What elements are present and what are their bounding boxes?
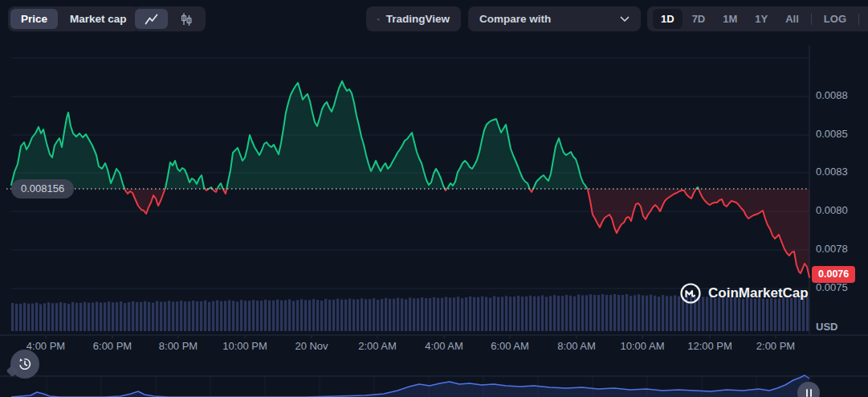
coinmarketcap-watermark: CoinMarketCap bbox=[679, 282, 809, 305]
current-price-badge: 0.0076 bbox=[812, 266, 855, 283]
time-range-selector: 1D 7D 1M 1Y All LOG ··· bbox=[647, 6, 868, 31]
compare-with-dropdown[interactable]: Compare with bbox=[468, 6, 641, 31]
tradingview-chart-icon bbox=[377, 14, 380, 25]
baseline-price-label: 0.008156 bbox=[11, 179, 74, 198]
x-axis-label: 2:00 AM bbox=[358, 340, 397, 352]
candlestick-chart-type-button[interactable] bbox=[169, 9, 203, 29]
range-1d-button[interactable]: 1D bbox=[653, 9, 683, 29]
y-axis-label: 0.0083 bbox=[816, 166, 848, 178]
x-axis-label: 10:00 AM bbox=[621, 340, 665, 352]
y-axis-unit-label: USD bbox=[816, 321, 837, 333]
log-scale-button[interactable]: LOG bbox=[816, 9, 854, 29]
range-7d-button[interactable]: 7D bbox=[684, 9, 714, 29]
x-axis-label: 10:00 PM bbox=[222, 340, 267, 352]
line-chart-type-button[interactable] bbox=[135, 9, 168, 29]
x-axis-label: 4:00 AM bbox=[425, 340, 463, 352]
watermark-text: CoinMarketCap bbox=[708, 285, 809, 301]
y-axis-label: 0.0078 bbox=[816, 243, 848, 255]
handle-grip-icon bbox=[810, 389, 812, 397]
coinmarketcap-logo-icon bbox=[679, 282, 702, 305]
chevron-down-icon bbox=[620, 16, 630, 23]
more-options-button[interactable]: ··· bbox=[863, 9, 868, 29]
x-axis-label: 8:00 PM bbox=[159, 340, 198, 352]
tab-price[interactable]: Price bbox=[10, 9, 58, 29]
history-clock-icon bbox=[17, 356, 33, 372]
x-axis-label: 12:00 PM bbox=[687, 340, 732, 352]
history-button[interactable] bbox=[10, 350, 39, 379]
y-axis-label: 0.0075 bbox=[816, 281, 848, 293]
x-axis-label: 2:00 PM bbox=[756, 340, 795, 352]
divider bbox=[858, 14, 859, 25]
x-axis-label: 20 Nov bbox=[295, 340, 328, 352]
price-chart[interactable] bbox=[0, 0, 868, 397]
tab-market-cap[interactable]: Market cap bbox=[59, 9, 137, 29]
x-axis-label: 8:00 AM bbox=[557, 340, 596, 352]
x-axis-label: 6:00 PM bbox=[93, 340, 132, 352]
y-axis-label: 0.0085 bbox=[816, 128, 848, 140]
metric-toggle: Price Market cap bbox=[8, 6, 140, 31]
x-axis-label: 4:00 PM bbox=[26, 340, 65, 352]
range-1y-button[interactable]: 1Y bbox=[747, 9, 776, 29]
x-axis-label: 6:00 AM bbox=[491, 340, 529, 352]
range-1m-button[interactable]: 1M bbox=[715, 9, 745, 29]
compare-with-label: Compare with bbox=[479, 13, 551, 25]
tradingview-button[interactable]: TradingView bbox=[366, 6, 461, 31]
divider bbox=[811, 14, 812, 25]
range-all-button[interactable]: All bbox=[777, 9, 807, 29]
tradingview-label: TradingView bbox=[386, 13, 450, 25]
candlestick-icon bbox=[179, 12, 194, 27]
y-axis-label: 0.0080 bbox=[816, 204, 848, 216]
handle-grip-icon bbox=[806, 389, 808, 397]
y-axis-label: 0.0088 bbox=[816, 89, 848, 101]
line-chart-icon bbox=[145, 14, 158, 25]
chart-type-toggle bbox=[132, 6, 206, 31]
